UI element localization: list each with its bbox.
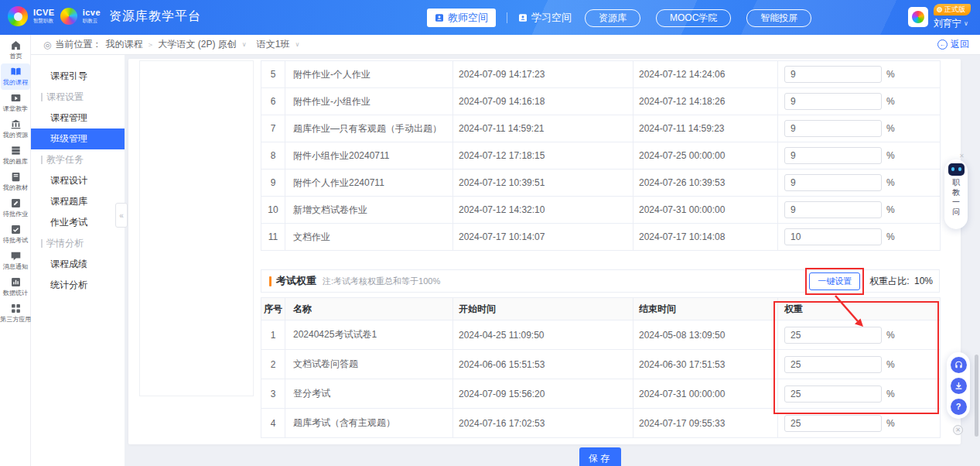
customer-service-button[interactable] bbox=[951, 357, 967, 373]
end-time-cell: 2024-06-30 17:51:53 bbox=[633, 350, 778, 379]
logo1-sub: 智慧职教 bbox=[33, 19, 55, 24]
rail-item-message-notifications[interactable]: 消息通知 bbox=[1, 248, 30, 274]
column-header: 结束时间 bbox=[633, 298, 778, 320]
weight-input[interactable] bbox=[784, 385, 882, 403]
weight-cell: % bbox=[778, 350, 941, 379]
start-time-cell: 2024-07-09 15:56:20 bbox=[453, 379, 633, 409]
breadcrumb-root[interactable]: 我的课程 bbox=[105, 38, 142, 51]
rail-item-my-textbooks[interactable]: 我的教材 bbox=[1, 169, 30, 195]
weight-input[interactable] bbox=[784, 66, 882, 83]
assistant-vertical-label: 职教一问 bbox=[952, 178, 960, 217]
download-button[interactable] bbox=[951, 378, 967, 394]
percent-sign: % bbox=[886, 418, 895, 429]
ai-assistant-widget[interactable]: 职教一问 bbox=[944, 159, 968, 229]
assistant-close-icon[interactable]: ✕ bbox=[959, 152, 965, 159]
weight-input[interactable] bbox=[784, 228, 882, 245]
end-time-cell: 2024-07-17 10:14:08 bbox=[633, 224, 778, 251]
main-panel: 5附件作业-个人作业2024-07-09 14:17:232024-07-12 … bbox=[128, 59, 961, 444]
row-number-cell: 1 bbox=[261, 320, 285, 350]
rail-item-data-statistics[interactable]: 数据统计 bbox=[1, 274, 30, 300]
rail-item-label: 我的课程 bbox=[3, 78, 28, 87]
smart-cast-button[interactable]: 智能投屏 bbox=[746, 9, 811, 27]
start-time-cell: 2024-07-09 14:17:23 bbox=[453, 61, 633, 88]
help-button[interactable]: ? bbox=[951, 399, 967, 415]
rail-item-classroom-teaching[interactable]: 课堂教学 bbox=[1, 90, 30, 116]
weight-ratio-label: 权重占比: bbox=[869, 276, 909, 286]
tab-teacher-space[interactable]: 教师空间 bbox=[427, 9, 496, 27]
submenu-item[interactable]: 课程题库 bbox=[31, 191, 125, 212]
submenu-item[interactable]: 课程成绩 bbox=[31, 254, 125, 275]
percent-sign: % bbox=[886, 389, 895, 399]
rail-item-third-party-apps[interactable]: 第三方应用 bbox=[1, 300, 30, 327]
section-bar bbox=[41, 239, 43, 248]
save-button[interactable]: 保存 bbox=[579, 447, 621, 466]
column-header: 开始时间 bbox=[453, 298, 633, 320]
quick-set-button[interactable]: 一键设置 bbox=[809, 272, 860, 290]
scrollbar-thumb[interactable] bbox=[975, 355, 978, 437]
submenu-item[interactable]: 作业考试 bbox=[31, 212, 125, 233]
check-square-icon bbox=[10, 224, 22, 235]
section-bar bbox=[41, 93, 43, 101]
weight-input[interactable] bbox=[784, 174, 882, 191]
chevron-down-icon: ∨ bbox=[242, 41, 247, 48]
weight-input[interactable] bbox=[784, 201, 882, 218]
collapse-sidebar-button[interactable]: « bbox=[115, 203, 128, 228]
submenu-item[interactable]: 课程设计 bbox=[31, 170, 125, 191]
weight-cell: % bbox=[778, 142, 941, 170]
user-name: 刘育宁 ∨ bbox=[934, 17, 968, 30]
percent-sign: % bbox=[886, 231, 895, 242]
book-icon bbox=[10, 66, 22, 77]
header-nav: 教师空间 学习空间 bbox=[427, 0, 572, 35]
start-time-cell: 2024-07-12 14:32:10 bbox=[453, 197, 633, 224]
brand-area: ICVE 智慧职教 icve 职教云 资源库教学平台 bbox=[8, 6, 201, 26]
breadcrumb-course-dropdown[interactable]: 大学语文 (2P) 原创 bbox=[158, 38, 236, 51]
rail-item-label: 数据统计 bbox=[3, 289, 28, 297]
rail-item-home[interactable]: 首页 bbox=[1, 37, 30, 63]
row-number-cell: 11 bbox=[261, 224, 285, 251]
submenu-item[interactable]: 班级管理 bbox=[31, 128, 125, 149]
icve-swirl-logo-icon bbox=[8, 6, 28, 26]
weight-input[interactable] bbox=[784, 120, 882, 137]
table-row: 10新增文档试卷作业2024-07-12 14:32:102024-07-31 … bbox=[261, 197, 941, 224]
start-time-cell: 2024-07-12 10:39:51 bbox=[453, 170, 633, 197]
back-button[interactable]: ← 返回 bbox=[937, 38, 969, 51]
percent-sign: % bbox=[886, 177, 895, 188]
video-icon bbox=[10, 92, 22, 104]
table-row: 120240425考试试卷12024-04-25 11:09:502024-05… bbox=[261, 320, 941, 350]
toolbar-close-button[interactable]: ✕ bbox=[953, 425, 963, 435]
user-menu[interactable]: 正式版 刘育宁 ∨ bbox=[908, 4, 971, 30]
nav-divider bbox=[507, 12, 507, 23]
weight-ratio: 权重占比: 10% bbox=[869, 275, 933, 288]
rail-item-my-courses[interactable]: 我的课程 bbox=[1, 63, 30, 90]
weight-input[interactable] bbox=[784, 415, 882, 432]
weight-input[interactable] bbox=[784, 356, 882, 373]
section-actions: 一键设置 权重占比: 10% bbox=[809, 272, 933, 290]
weight-input[interactable] bbox=[784, 327, 882, 344]
rail-item-my-question-bank[interactable]: 我的题库 bbox=[1, 142, 30, 169]
rail-item-pending-homework[interactable]: 待批作业 bbox=[1, 195, 30, 221]
rail-item-my-resources[interactable]: 我的资源 bbox=[1, 116, 30, 142]
submenu-item[interactable]: 课程管理 bbox=[31, 108, 125, 128]
weight-input[interactable] bbox=[784, 147, 882, 164]
mooc-academy-button[interactable]: MOOC学院 bbox=[656, 9, 731, 27]
weight-cell: % bbox=[778, 409, 941, 438]
start-time-cell: 2024-07-11 14:59:21 bbox=[453, 115, 633, 142]
weight-cell: % bbox=[778, 88, 941, 115]
resource-library-button[interactable]: 资源库 bbox=[585, 9, 640, 27]
back-arrow-icon: ← bbox=[937, 39, 948, 50]
headset-icon bbox=[954, 360, 964, 370]
save-row: 保存 bbox=[261, 447, 940, 466]
icve-cloud-logo-icon bbox=[60, 8, 77, 25]
section-title: 考试权重 bbox=[276, 274, 316, 288]
submenu-item[interactable]: 课程引导 bbox=[31, 66, 125, 87]
weight-input[interactable] bbox=[784, 93, 882, 110]
percent-sign: % bbox=[886, 359, 895, 370]
breadcrumb-separator: ＞ bbox=[146, 39, 154, 50]
tab-student-space[interactable]: 学习空间 bbox=[518, 11, 572, 25]
name-cell: 新增文档试卷作业 bbox=[285, 197, 453, 224]
submenu-item[interactable]: 统计分析 bbox=[31, 275, 125, 296]
weight-cell: % bbox=[778, 61, 941, 88]
rail-item-pending-exams[interactable]: 待批考试 bbox=[1, 221, 30, 248]
breadcrumb-class-dropdown[interactable]: 语文1班 bbox=[257, 38, 290, 51]
table-row: 6附件作业-小组作业2024-07-09 14:16:182024-07-12 … bbox=[261, 88, 941, 115]
